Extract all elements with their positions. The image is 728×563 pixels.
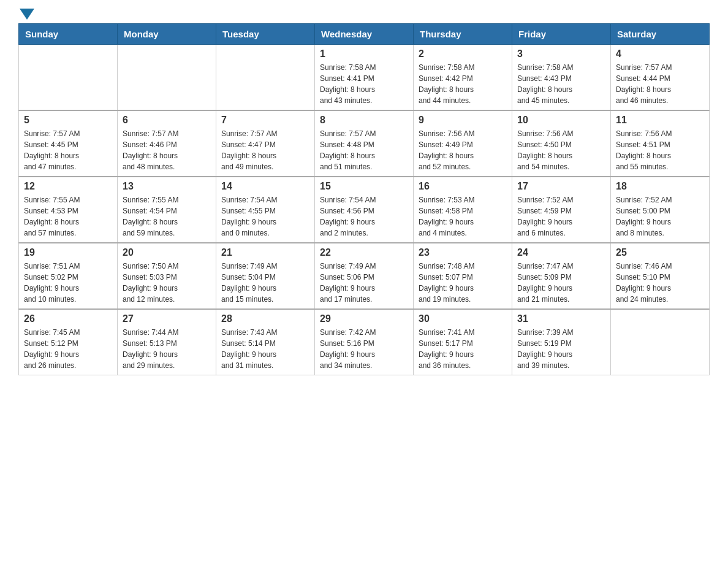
calendar-cell: 30Sunrise: 7:41 AM Sunset: 5:17 PM Dayli… — [414, 309, 512, 375]
day-info: Sunrise: 7:57 AM Sunset: 4:47 PM Dayligh… — [221, 128, 309, 172]
calendar-cell — [216, 45, 315, 111]
calendar-cell: 29Sunrise: 7:42 AM Sunset: 5:16 PM Dayli… — [315, 309, 414, 375]
day-info: Sunrise: 7:44 AM Sunset: 5:13 PM Dayligh… — [123, 327, 211, 371]
calendar-cell: 7Sunrise: 7:57 AM Sunset: 4:47 PM Daylig… — [216, 110, 315, 177]
calendar-cell — [611, 309, 710, 375]
calendar-cell: 5Sunrise: 7:57 AM Sunset: 4:45 PM Daylig… — [19, 110, 118, 177]
day-number: 12 — [24, 181, 112, 192]
day-number: 16 — [419, 181, 507, 192]
day-info: Sunrise: 7:45 AM Sunset: 5:12 PM Dayligh… — [24, 327, 112, 371]
day-number: 6 — [123, 115, 211, 126]
weekday-header: Saturday — [611, 24, 710, 45]
day-number: 28 — [221, 313, 309, 324]
calendar-cell: 19Sunrise: 7:51 AM Sunset: 5:02 PM Dayli… — [19, 243, 118, 309]
day-info: Sunrise: 7:39 AM Sunset: 5:19 PM Dayligh… — [517, 327, 605, 371]
day-number: 22 — [320, 247, 408, 258]
calendar-cell: 24Sunrise: 7:47 AM Sunset: 5:09 PM Dayli… — [512, 243, 611, 309]
calendar-cell: 15Sunrise: 7:54 AM Sunset: 4:56 PM Dayli… — [315, 177, 414, 243]
calendar-cell: 16Sunrise: 7:53 AM Sunset: 4:58 PM Dayli… — [414, 177, 512, 243]
day-info: Sunrise: 7:56 AM Sunset: 4:51 PM Dayligh… — [616, 128, 704, 172]
day-info: Sunrise: 7:52 AM Sunset: 4:59 PM Dayligh… — [517, 194, 605, 239]
calendar-cell: 26Sunrise: 7:45 AM Sunset: 5:12 PM Dayli… — [19, 309, 118, 375]
calendar-cell: 1Sunrise: 7:58 AM Sunset: 4:41 PM Daylig… — [315, 45, 414, 111]
calendar-cell: 27Sunrise: 7:44 AM Sunset: 5:13 PM Dayli… — [118, 309, 216, 375]
calendar-cell: 10Sunrise: 7:56 AM Sunset: 4:50 PM Dayli… — [512, 110, 611, 177]
day-number: 27 — [123, 313, 211, 324]
day-number: 17 — [517, 181, 605, 192]
day-info: Sunrise: 7:42 AM Sunset: 5:16 PM Dayligh… — [320, 327, 408, 371]
day-number: 24 — [517, 247, 605, 258]
calendar-cell: 18Sunrise: 7:52 AM Sunset: 5:00 PM Dayli… — [611, 177, 710, 243]
day-info: Sunrise: 7:46 AM Sunset: 5:10 PM Dayligh… — [616, 261, 704, 305]
day-number: 1 — [320, 48, 408, 59]
day-number: 20 — [123, 247, 211, 258]
day-info: Sunrise: 7:57 AM Sunset: 4:48 PM Dayligh… — [320, 128, 408, 172]
calendar-cell: 23Sunrise: 7:48 AM Sunset: 5:07 PM Dayli… — [414, 243, 512, 309]
day-number: 13 — [123, 181, 211, 192]
calendar-cell: 12Sunrise: 7:55 AM Sunset: 4:53 PM Dayli… — [19, 177, 118, 243]
day-info: Sunrise: 7:51 AM Sunset: 5:02 PM Dayligh… — [24, 261, 112, 305]
day-number: 3 — [517, 48, 605, 59]
day-info: Sunrise: 7:55 AM Sunset: 4:54 PM Dayligh… — [123, 194, 211, 239]
day-number: 30 — [419, 313, 507, 324]
day-info: Sunrise: 7:57 AM Sunset: 4:45 PM Dayligh… — [24, 128, 112, 172]
day-info: Sunrise: 7:48 AM Sunset: 5:07 PM Dayligh… — [419, 261, 507, 305]
weekday-header: Monday — [118, 24, 216, 45]
day-info: Sunrise: 7:49 AM Sunset: 5:04 PM Dayligh… — [221, 261, 309, 305]
day-number: 26 — [24, 313, 112, 324]
calendar-cell: 20Sunrise: 7:50 AM Sunset: 5:03 PM Dayli… — [118, 243, 216, 309]
day-number: 25 — [616, 247, 704, 258]
day-info: Sunrise: 7:58 AM Sunset: 4:42 PM Dayligh… — [419, 62, 507, 106]
day-info: Sunrise: 7:43 AM Sunset: 5:14 PM Dayligh… — [221, 327, 309, 371]
day-info: Sunrise: 7:56 AM Sunset: 4:50 PM Dayligh… — [517, 128, 605, 172]
calendar-cell: 14Sunrise: 7:54 AM Sunset: 4:55 PM Dayli… — [216, 177, 315, 243]
day-number: 8 — [320, 115, 408, 126]
weekday-header: Wednesday — [315, 24, 414, 45]
calendar-cell: 25Sunrise: 7:46 AM Sunset: 5:10 PM Dayli… — [611, 243, 710, 309]
day-number: 10 — [517, 115, 605, 126]
day-number: 7 — [221, 115, 309, 126]
day-number: 31 — [517, 313, 605, 324]
day-number: 4 — [616, 48, 704, 59]
weekday-header: Sunday — [19, 24, 118, 45]
day-info: Sunrise: 7:47 AM Sunset: 5:09 PM Dayligh… — [517, 261, 605, 305]
calendar-cell — [19, 45, 118, 111]
logo — [18, 12, 34, 17]
day-number: 23 — [419, 247, 507, 258]
logo-triangle-icon — [20, 9, 34, 20]
day-info: Sunrise: 7:54 AM Sunset: 4:56 PM Dayligh… — [320, 194, 408, 239]
weekday-header: Tuesday — [216, 24, 315, 45]
day-number: 21 — [221, 247, 309, 258]
calendar-cell: 8Sunrise: 7:57 AM Sunset: 4:48 PM Daylig… — [315, 110, 414, 177]
calendar-cell: 17Sunrise: 7:52 AM Sunset: 4:59 PM Dayli… — [512, 177, 611, 243]
day-info: Sunrise: 7:56 AM Sunset: 4:49 PM Dayligh… — [419, 128, 507, 172]
day-info: Sunrise: 7:49 AM Sunset: 5:06 PM Dayligh… — [320, 261, 408, 305]
weekday-header: Thursday — [414, 24, 512, 45]
day-info: Sunrise: 7:55 AM Sunset: 4:53 PM Dayligh… — [24, 194, 112, 239]
calendar-week-row: 26Sunrise: 7:45 AM Sunset: 5:12 PM Dayli… — [19, 309, 710, 375]
calendar-cell: 4Sunrise: 7:57 AM Sunset: 4:44 PM Daylig… — [611, 45, 710, 111]
calendar-cell: 28Sunrise: 7:43 AM Sunset: 5:14 PM Dayli… — [216, 309, 315, 375]
calendar-week-row: 12Sunrise: 7:55 AM Sunset: 4:53 PM Dayli… — [19, 177, 710, 243]
calendar-week-row: 5Sunrise: 7:57 AM Sunset: 4:45 PM Daylig… — [19, 110, 710, 177]
day-info: Sunrise: 7:57 AM Sunset: 4:44 PM Dayligh… — [616, 62, 704, 106]
day-info: Sunrise: 7:58 AM Sunset: 4:41 PM Dayligh… — [320, 62, 408, 106]
calendar-week-row: 1Sunrise: 7:58 AM Sunset: 4:41 PM Daylig… — [19, 45, 710, 111]
calendar-cell: 2Sunrise: 7:58 AM Sunset: 4:42 PM Daylig… — [414, 45, 512, 111]
page-header — [18, 12, 710, 17]
calendar-cell: 21Sunrise: 7:49 AM Sunset: 5:04 PM Dayli… — [216, 243, 315, 309]
day-number: 29 — [320, 313, 408, 324]
day-info: Sunrise: 7:41 AM Sunset: 5:17 PM Dayligh… — [419, 327, 507, 371]
calendar-cell: 6Sunrise: 7:57 AM Sunset: 4:46 PM Daylig… — [118, 110, 216, 177]
weekday-header: Friday — [512, 24, 611, 45]
weekday-header-row: SundayMondayTuesdayWednesdayThursdayFrid… — [19, 24, 710, 45]
calendar-table: SundayMondayTuesdayWednesdayThursdayFrid… — [18, 23, 710, 375]
calendar-cell: 31Sunrise: 7:39 AM Sunset: 5:19 PM Dayli… — [512, 309, 611, 375]
day-number: 14 — [221, 181, 309, 192]
calendar-cell: 13Sunrise: 7:55 AM Sunset: 4:54 PM Dayli… — [118, 177, 216, 243]
calendar-week-row: 19Sunrise: 7:51 AM Sunset: 5:02 PM Dayli… — [19, 243, 710, 309]
day-info: Sunrise: 7:50 AM Sunset: 5:03 PM Dayligh… — [123, 261, 211, 305]
calendar-cell: 9Sunrise: 7:56 AM Sunset: 4:49 PM Daylig… — [414, 110, 512, 177]
day-number: 2 — [419, 48, 507, 59]
day-number: 18 — [616, 181, 704, 192]
